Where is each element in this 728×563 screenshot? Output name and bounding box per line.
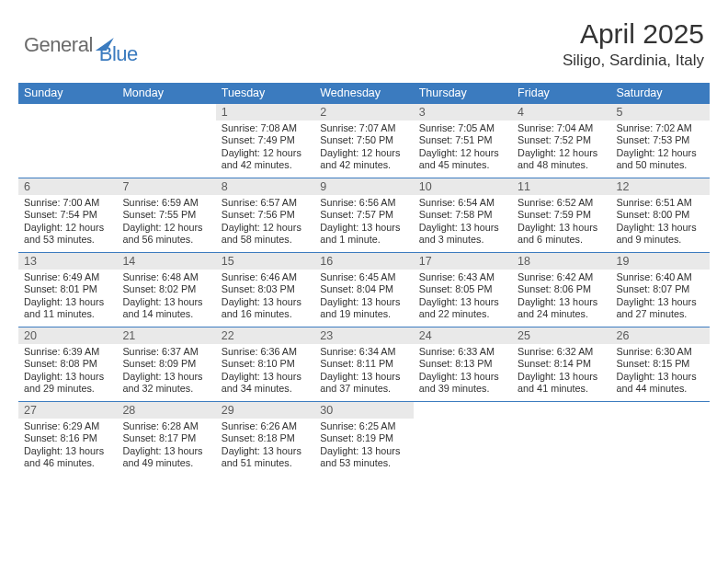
sunrise-text: Sunrise: 6:25 AM (320, 420, 407, 432)
day-cell (117, 104, 215, 178)
sunrise-text: Sunrise: 6:54 AM (419, 197, 506, 209)
day-number: 20 (18, 327, 117, 344)
daylight-text-1: Daylight: 13 hours (122, 296, 210, 308)
day-content: Sunrise: 6:34 AMSunset: 8:11 PMDaylight:… (314, 344, 413, 401)
daylight-text-1: Daylight: 13 hours (518, 296, 605, 308)
daylight-text-2: and 1 minute. (320, 234, 407, 246)
day-header-monday: Monday (117, 83, 215, 104)
logo-text-part1: General (24, 33, 93, 57)
day-number: 12 (611, 178, 710, 195)
day-cell (414, 401, 512, 475)
day-cell: 21Sunrise: 6:37 AMSunset: 8:09 PMDayligh… (117, 327, 215, 401)
sunrise-text: Sunrise: 6:37 AM (122, 346, 210, 358)
daylight-text-2: and 42 minutes. (320, 159, 407, 171)
daylight-text-1: Daylight: 13 hours (320, 222, 407, 234)
sunrise-text: Sunrise: 7:05 AM (419, 122, 506, 134)
day-number: 29 (216, 402, 314, 419)
sunset-text: Sunset: 8:18 PM (222, 432, 309, 444)
day-number: 14 (117, 253, 215, 270)
sunset-text: Sunset: 8:11 PM (320, 358, 407, 370)
sunrise-text: Sunrise: 6:32 AM (518, 346, 605, 358)
day-content: Sunrise: 7:02 AMSunset: 7:53 PMDaylight:… (611, 121, 710, 178)
day-content: Sunrise: 6:29 AMSunset: 8:16 PMDaylight:… (18, 419, 117, 476)
sunrise-text: Sunrise: 7:00 AM (24, 197, 111, 209)
sunrise-text: Sunrise: 6:43 AM (419, 271, 506, 283)
sunrise-text: Sunrise: 6:56 AM (320, 197, 407, 209)
sunset-text: Sunset: 8:19 PM (320, 432, 407, 444)
daylight-text-1: Daylight: 13 hours (222, 445, 309, 457)
daylight-text-1: Daylight: 12 hours (617, 147, 704, 159)
daylight-text-1: Daylight: 13 hours (320, 296, 407, 308)
sunset-text: Sunset: 8:14 PM (518, 358, 605, 370)
day-number: 8 (216, 178, 314, 195)
day-cell: 15Sunrise: 6:46 AMSunset: 8:03 PMDayligh… (216, 252, 314, 327)
sunrise-text: Sunrise: 7:02 AM (617, 122, 704, 134)
daylight-text-2: and 39 minutes. (419, 383, 506, 395)
sunset-text: Sunset: 8:06 PM (518, 283, 605, 295)
daylight-text-1: Daylight: 13 hours (24, 371, 111, 383)
daylight-text-1: Daylight: 13 hours (222, 371, 309, 383)
sunset-text: Sunset: 7:51 PM (419, 134, 506, 146)
day-content: Sunrise: 6:33 AMSunset: 8:13 PMDaylight:… (414, 344, 512, 401)
day-cell: 18Sunrise: 6:42 AMSunset: 8:06 PMDayligh… (512, 252, 610, 327)
day-cell: 14Sunrise: 6:48 AMSunset: 8:02 PMDayligh… (117, 252, 215, 327)
week-row: 1Sunrise: 7:08 AMSunset: 7:49 PMDaylight… (18, 104, 710, 178)
day-number: 18 (512, 253, 610, 270)
day-header-row: SundayMondayTuesdayWednesdayThursdayFrid… (18, 83, 710, 104)
day-content (18, 108, 117, 161)
daylight-text-2: and 56 minutes. (122, 234, 210, 246)
daylight-text-2: and 16 minutes. (222, 308, 309, 320)
day-content: Sunrise: 6:48 AMSunset: 8:02 PMDaylight:… (117, 270, 215, 327)
daylight-text-1: Daylight: 13 hours (518, 371, 605, 383)
day-content: Sunrise: 6:43 AMSunset: 8:05 PMDaylight:… (414, 270, 512, 327)
day-header-tuesday: Tuesday (216, 83, 314, 104)
daylight-text-1: Daylight: 13 hours (419, 296, 506, 308)
daylight-text-1: Daylight: 12 hours (24, 222, 111, 234)
day-content: Sunrise: 6:52 AMSunset: 7:59 PMDaylight:… (512, 195, 610, 252)
sunrise-text: Sunrise: 6:29 AM (24, 420, 111, 432)
daylight-text-2: and 46 minutes. (24, 457, 111, 469)
day-number: 30 (314, 402, 413, 419)
sunset-text: Sunset: 8:09 PM (122, 358, 210, 370)
sunrise-text: Sunrise: 6:51 AM (617, 197, 704, 209)
day-cell: 8Sunrise: 6:57 AMSunset: 7:56 PMDaylight… (216, 178, 314, 252)
sunrise-text: Sunrise: 6:46 AM (222, 271, 309, 283)
day-cell: 17Sunrise: 6:43 AMSunset: 8:05 PMDayligh… (414, 252, 512, 327)
daylight-text-2: and 44 minutes. (617, 383, 704, 395)
daylight-text-2: and 49 minutes. (122, 457, 210, 469)
day-number: 11 (512, 178, 610, 195)
daylight-text-2: and 34 minutes. (222, 383, 309, 395)
sunrise-text: Sunrise: 6:33 AM (419, 346, 506, 358)
daylight-text-2: and 45 minutes. (419, 159, 506, 171)
day-number: 27 (18, 402, 117, 419)
logo: General Blue (24, 18, 138, 66)
day-content: Sunrise: 6:42 AMSunset: 8:06 PMDaylight:… (512, 270, 610, 327)
sunset-text: Sunset: 8:07 PM (617, 283, 704, 295)
sunrise-text: Sunrise: 6:39 AM (24, 346, 111, 358)
day-cell: 6Sunrise: 7:00 AMSunset: 7:54 PMDaylight… (18, 178, 117, 252)
daylight-text-1: Daylight: 13 hours (24, 296, 111, 308)
day-content: Sunrise: 6:54 AMSunset: 7:58 PMDaylight:… (414, 195, 512, 252)
day-number: 23 (314, 327, 413, 344)
day-number: 2 (314, 104, 413, 121)
day-number: 3 (414, 104, 512, 121)
page-title: April 2025 (563, 18, 704, 50)
day-cell: 28Sunrise: 6:28 AMSunset: 8:17 PMDayligh… (117, 401, 215, 475)
daylight-text-2: and 24 minutes. (518, 308, 605, 320)
sunset-text: Sunset: 8:16 PM (24, 432, 111, 444)
daylight-text-1: Daylight: 13 hours (122, 371, 210, 383)
day-content: Sunrise: 7:08 AMSunset: 7:49 PMDaylight:… (216, 121, 314, 178)
sunset-text: Sunset: 8:17 PM (122, 432, 210, 444)
daylight-text-2: and 9 minutes. (617, 234, 704, 246)
day-number: 5 (611, 104, 710, 121)
day-cell: 12Sunrise: 6:51 AMSunset: 8:00 PMDayligh… (611, 178, 710, 252)
day-number: 13 (18, 253, 117, 270)
day-content: Sunrise: 6:51 AMSunset: 8:00 PMDaylight:… (611, 195, 710, 252)
day-number: 17 (414, 253, 512, 270)
daylight-text-2: and 37 minutes. (320, 383, 407, 395)
sunset-text: Sunset: 8:00 PM (617, 209, 704, 221)
daylight-text-2: and 53 minutes. (24, 234, 111, 246)
sunrise-text: Sunrise: 6:40 AM (617, 271, 704, 283)
calendar-table: SundayMondayTuesdayWednesdayThursdayFrid… (18, 83, 710, 476)
sunrise-text: Sunrise: 6:30 AM (617, 346, 704, 358)
